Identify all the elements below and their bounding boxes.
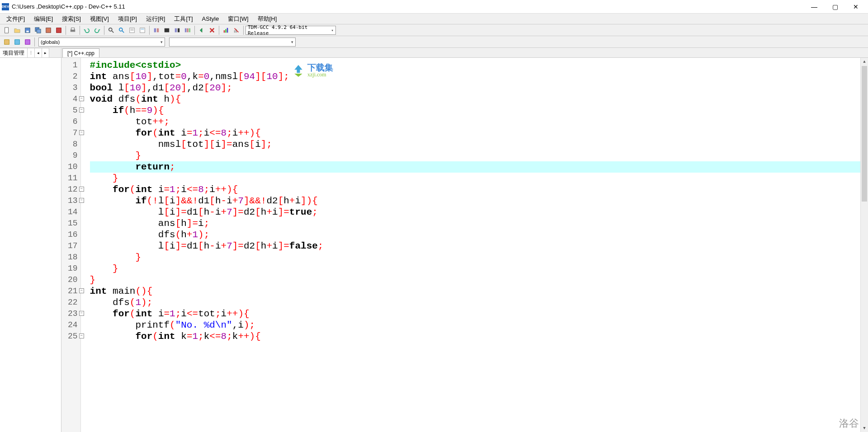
code-editor[interactable]: 1234−5−67−89101112−13−1415161718192021−2… <box>61 58 868 432</box>
code-line[interactable]: ans[h]=i; <box>90 218 860 229</box>
save-as-button[interactable] <box>43 25 53 35</box>
delete-profile-button[interactable] <box>231 25 241 35</box>
titlebar: DEV C:\Users ,Desktop\C++.cpp - Dev-C++ … <box>0 0 868 14</box>
svg-point-11 <box>119 28 123 31</box>
stop-button[interactable] <box>207 25 217 35</box>
svg-line-10 <box>112 30 113 32</box>
code-line[interactable]: nmsl[tot][i]=ans[i]; <box>90 139 860 150</box>
code-line[interactable]: tot++; <box>90 116 860 127</box>
menu-item-4[interactable]: 项目[P] <box>113 14 142 24</box>
code-line[interactable]: for(int i=1;i<=8;i++){ <box>90 184 860 195</box>
globals-select[interactable]: (globals) <box>38 38 165 47</box>
code-line[interactable]: for(int i=1;i<=8;i++){ <box>90 127 860 139</box>
compiler-select[interactable]: TDM-GCC 4.9.2 64-bit Release <box>245 26 336 35</box>
scroll-down-icon[interactable]: ▼ <box>861 424 868 432</box>
fold-toggle-icon[interactable]: − <box>79 288 84 293</box>
fold-toggle-icon[interactable]: − <box>79 108 84 113</box>
fold-toggle-icon[interactable]: − <box>79 311 84 316</box>
menu-item-6[interactable]: 工具[T] <box>170 14 197 24</box>
debug-button[interactable] <box>197 25 207 35</box>
menu-item-5[interactable]: 运行[R] <box>142 14 170 24</box>
code-line[interactable]: } <box>90 274 860 286</box>
goto-class-button[interactable] <box>23 37 33 47</box>
line-number: 8 <box>68 139 78 150</box>
code-line[interactable]: } <box>90 173 860 184</box>
menu-item-2[interactable]: 搜索[S] <box>57 14 85 24</box>
svg-rect-0 <box>5 27 9 33</box>
scrollbar-thumb[interactable] <box>862 66 867 202</box>
code-line[interactable]: printf("No. %d\n",i); <box>90 319 860 331</box>
app-icon: DEV <box>2 3 9 10</box>
code-line[interactable]: bool l[10],d1[20],d2[20]; <box>90 82 860 94</box>
menu-item-1[interactable]: 编辑[E] <box>29 14 57 24</box>
menu-item-3[interactable]: 视图[V] <box>85 14 113 24</box>
code-line[interactable]: } <box>90 263 860 274</box>
menu-item-7[interactable]: AStyle <box>198 14 224 23</box>
open-file-button[interactable] <box>12 25 22 35</box>
sidebar-tab-project[interactable]: 项目管理 <box>0 48 28 57</box>
code-line[interactable]: int ans[10],tot=0,k=0,nmsl[94][10]; <box>90 71 860 82</box>
rebuild-button[interactable] <box>183 25 193 35</box>
menu-item-8[interactable]: 窗口[W] <box>223 14 253 24</box>
code-line[interactable]: } <box>90 150 860 161</box>
line-number: 6 <box>68 116 78 127</box>
class-browser-button[interactable] <box>12 37 22 47</box>
code-line[interactable]: if(!l[i]&&!d1[h-i+7]&&!d2[h+i]){ <box>90 195 860 207</box>
menu-item-9[interactable]: 帮助[H] <box>253 14 282 24</box>
new-class-button[interactable] <box>2 37 12 47</box>
code-line[interactable]: int main(){ <box>90 286 860 297</box>
line-number: 20 <box>68 274 78 286</box>
code-line[interactable]: } <box>90 252 860 263</box>
new-file-button[interactable] <box>2 25 12 35</box>
vertical-scrollbar[interactable]: ▲ ▼ <box>860 58 868 432</box>
maximize-button[interactable]: ▢ <box>825 0 845 13</box>
close-file-button[interactable] <box>54 25 64 35</box>
sidebar-scroll-right[interactable]: ▸ <box>42 48 49 57</box>
sidebar-scroll-left[interactable]: ◂ <box>35 48 42 57</box>
minimize-button[interactable]: — <box>804 0 825 13</box>
code-line[interactable]: dfs(1); <box>90 297 860 308</box>
fold-column <box>81 58 88 432</box>
sidebar-tabstrip: 项目管理 ⋮ ◂ ▸ <box>0 48 61 58</box>
code-line[interactable]: void dfs(int h){ <box>90 94 860 105</box>
fold-toggle-icon[interactable]: − <box>79 130 84 135</box>
undo-button[interactable] <box>82 25 92 35</box>
line-number: 5− <box>68 105 78 116</box>
find-next-button[interactable] <box>127 25 137 35</box>
menubar: 文件[F]编辑[E]搜索[S]视图[V]项目[P]运行[R]工具[T]AStyl… <box>0 14 868 24</box>
line-number: 24 <box>68 319 78 331</box>
compile-run-button[interactable] <box>172 25 182 35</box>
fold-toggle-icon[interactable]: − <box>79 333 84 338</box>
replace-button[interactable] <box>117 25 127 35</box>
compile-button[interactable] <box>151 25 161 35</box>
code-area[interactable]: #include<cstdio>int ans[10],tot=0,k=0,nm… <box>88 58 860 432</box>
fold-toggle-icon[interactable]: − <box>79 187 84 192</box>
save-button[interactable] <box>23 25 33 35</box>
print-button[interactable] <box>68 25 78 35</box>
menu-item-0[interactable]: 文件[F] <box>2 14 29 24</box>
code-line[interactable]: #include<cstdio> <box>90 60 860 71</box>
find-button[interactable] <box>106 25 116 35</box>
profile-button[interactable] <box>221 25 231 35</box>
scope-select[interactable] <box>169 38 296 47</box>
code-line[interactable]: for(int i=1;i<=tot;i++){ <box>90 308 860 319</box>
file-tabstrip: [*] C++.cpp <box>61 48 868 58</box>
scroll-up-icon[interactable]: ▲ <box>861 58 868 66</box>
goto-line-button[interactable] <box>137 25 147 35</box>
run-button[interactable] <box>162 25 172 35</box>
code-line[interactable]: dfs(h+1); <box>90 229 860 240</box>
close-button[interactable]: ✕ <box>845 0 866 13</box>
code-line[interactable]: for(int k=1;k<=8;k++){ <box>90 331 860 342</box>
line-number: 7− <box>68 127 78 139</box>
fold-toggle-icon[interactable]: − <box>79 198 84 203</box>
code-line[interactable]: l[i]=d1[h-i+7]=d2[h+i]=true; <box>90 207 860 218</box>
code-line[interactable]: return; <box>90 161 860 173</box>
project-tree[interactable] <box>0 58 61 432</box>
code-line[interactable]: if(h==9){ <box>90 105 860 116</box>
file-tab-active[interactable]: [*] C++.cpp <box>62 48 99 57</box>
fold-toggle-icon[interactable]: − <box>79 96 84 101</box>
sidebar-tab-more[interactable]: ⋮ <box>28 48 35 57</box>
code-line[interactable]: l[i]=d1[h-i+7]=d2[h+i]=false; <box>90 240 860 252</box>
redo-button[interactable] <box>92 25 102 35</box>
save-all-button[interactable] <box>33 25 43 35</box>
